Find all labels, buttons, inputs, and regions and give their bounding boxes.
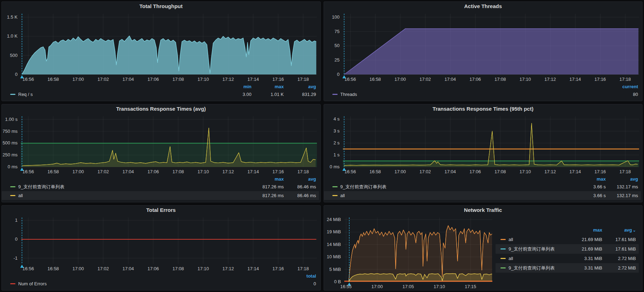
legend-column-header-label: max [593,227,602,233]
x-tick-label: 17:08 [172,169,184,174]
legend-header-row: maxavg [324,175,641,182]
chart-canvas [2,113,320,175]
x-tick-label: 17:04 [122,169,134,174]
x-tick-label: 16:56 [22,169,34,174]
legend-column-header[interactable]: avg [284,84,316,89]
legend-column-header-label: avg [624,227,632,233]
legend-column-header[interactable]: max [569,227,602,233]
x-tick-label: 17:00 [394,77,406,82]
legend-row: Num of Errors0 [2,279,319,288]
legend-column-header[interactable]: max [573,176,606,182]
legend: maxavg9_支付前查询订单列表3.66 s132.17 msall3.66 … [324,175,643,202]
y-tick-label: 10 MiB [324,254,341,259]
total-throughput-chart[interactable]: 16:5616:5817:0017:0217:0417:0617:0817:10… [2,11,320,83]
legend-column-header[interactable]: max [252,176,284,182]
legend-series-label[interactable]: 9_支付前查询订单列表 [18,184,64,190]
y-tick-label: 0 B [324,279,341,284]
panel-title[interactable]: Transactions Response Times (95th pct) [324,104,643,113]
legend-series-label[interactable]: all [509,256,513,261]
legend-header-row: total [2,272,319,279]
legend-row: 9_支付前查询订单列表817.26 ms86.46 ms [2,182,319,191]
x-tick-label: 17:08 [494,77,506,82]
legend-column-header[interactable]: avg⌄ [602,227,636,233]
legend-value: 3.66 s [573,193,606,198]
x-tick-label: 16:56 [22,77,34,82]
x-tick-label: 17:02 [419,169,431,174]
panel-title[interactable]: Total Throughput [2,2,320,11]
legend-value: 3.31 MiB [569,265,602,271]
legend-row: 9_支付前查询订单列表3.66 s132.17 ms [324,182,641,191]
x-tick-label: 17:00 [394,169,406,174]
legend-column-header[interactable]: max [252,84,284,89]
x-tick-label: 16:58 [370,169,381,174]
x-tick-label: 17:16 [595,77,606,82]
grafana-dashboard: Total Throughput 16:5616:5817:0017:0217:… [0,0,644,292]
x-tick-label: 17:16 [272,77,284,82]
legend-column-header[interactable]: total [284,273,316,279]
response-times-avg-chart[interactable]: 16:5616:5817:0017:0217:0417:0617:0817:10… [2,113,320,175]
x-tick-label: 16:58 [370,77,381,82]
legend-column-header[interactable]: avg [606,176,638,182]
legend-column-header[interactable]: min [219,84,252,89]
x-tick-label: 17:08 [172,266,184,271]
legend: minmaxavgReq / s3.001.01 K831.29 [2,83,320,101]
legend-series-label[interactable]: all [509,237,513,242]
x-tick-label: 17:14 [247,77,259,82]
x-tick-label: 17:02 [419,77,431,82]
active-threads-chart[interactable]: 16:5616:5817:0017:0217:0417:0617:0817:10… [324,11,643,83]
legend-value: 80 [606,92,638,97]
series-color-dash-icon [332,186,338,187]
legend-column-header-label: avg [308,84,316,89]
x-tick-label: 16:55 [340,284,352,289]
x-tick-label: 17:18 [298,266,309,271]
y-tick-label: 500 ms [2,140,18,145]
legend-series: 9_支付前查询订单列表 [500,246,569,252]
x-tick-label: 17:04 [444,77,456,82]
x-tick-label: 17:12 [223,77,234,82]
y-tick-label: 750 ms [2,129,18,134]
x-tick-label: 17:10 [519,169,531,174]
legend-series-label[interactable]: all [18,193,23,198]
panel-network-traffic: Network Traffic 16:5517:0017:0517:1017:1… [324,205,643,291]
legend-column-header[interactable]: avg [284,176,316,182]
response-times-95th-chart[interactable]: 16:5616:5817:0017:0217:0417:0617:0817:10… [324,113,643,175]
x-tick-label: 16:58 [47,77,59,82]
panel-title[interactable]: Transactions Response Times (avg) [2,104,320,113]
panel-title[interactable]: Network Traffic [324,206,643,215]
panel-title[interactable]: Active Threads [324,2,643,11]
x-tick-label: 17:12 [544,77,556,82]
legend-series-label[interactable]: 9_支付前查询订单列表 [509,246,555,252]
y-tick-label: 0 [2,72,18,77]
total-errors-chart[interactable]: 16:5616:5817:0017:0217:0417:0617:0817:10… [2,215,320,272]
legend-column-header[interactable]: current [606,84,638,89]
y-tick-label: -1 [2,255,18,261]
x-tick-label: 17:06 [470,169,481,174]
y-tick-label: 75 [324,29,340,34]
legend-series-label[interactable]: 9_支付前查询订单列表 [509,265,555,271]
sort-caret-icon: ⌄ [633,228,636,232]
series-area [348,273,492,282]
legend-value: 2.72 MiB [602,265,636,271]
legend-series-label[interactable]: Num of Errors [18,281,47,286]
legend-value: 817.26 ms [252,193,284,198]
x-tick-label: 17:14 [247,169,259,174]
legend-column-header-label: max [597,176,606,182]
y-tick-label: 500 [2,53,18,58]
network-traffic-chart[interactable]: 16:5517:0017:0517:1017:150 B5 MiB10 MiB1… [324,215,496,290]
x-tick-label: 17:12 [544,169,556,174]
legend-series-label[interactable]: Req / s [18,92,33,97]
legend-series-label[interactable]: 9_支付前查询订单列表 [340,184,386,190]
panel-active-threads: Active Threads 16:5616:5817:0017:0217:04… [324,1,643,101]
legend-series-label[interactable]: Threads [340,92,357,97]
series-color-dash-icon [500,267,506,268]
x-tick-label: 17:12 [223,266,234,271]
legend-column-header-label: avg [308,176,316,182]
series-color-dash-icon [332,94,338,95]
legend-row: all3.31 MiB2.72 MiB [496,254,639,263]
x-tick-label: 17:06 [147,266,159,271]
legend-series-label[interactable]: all [340,193,345,198]
panel-title[interactable]: Total Errors [2,206,320,215]
legend-column-header-label: avg [630,176,638,182]
x-tick-label: 16:56 [22,266,34,271]
legend-series: Threads [332,92,606,97]
